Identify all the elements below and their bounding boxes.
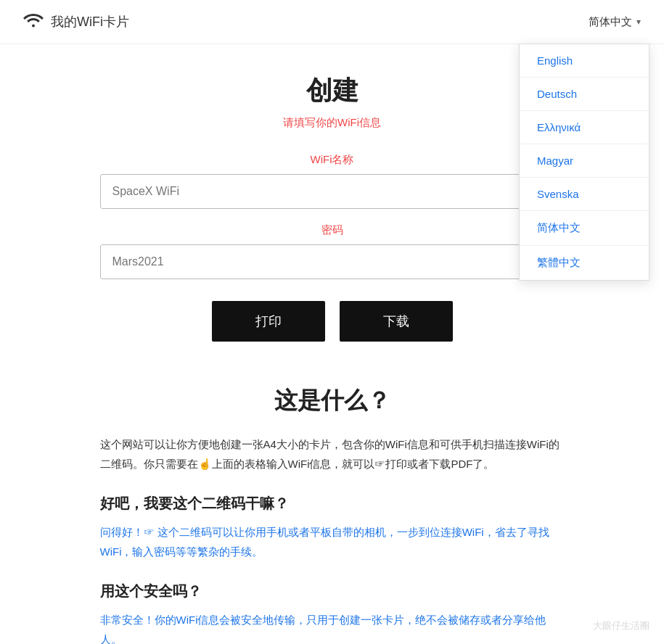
action-buttons: 打印 下载: [100, 301, 565, 342]
app-header: 我的WiFi卡片 简体中文 ▾: [0, 0, 664, 44]
download-button[interactable]: 下载: [340, 301, 453, 342]
app-title: 我的WiFi卡片: [51, 13, 129, 30]
main-content: 创建 请填写你的WiFi信息 WiFi名称 密码 打印 下载 这是什么？ 这个网…: [86, 44, 579, 644]
app-branding: 我的WiFi卡片: [23, 12, 129, 32]
security-question-title: 用这个安全吗？: [100, 582, 565, 601]
page-subtitle: 请填写你的WiFi信息: [100, 116, 565, 130]
page-title: 创建: [100, 73, 565, 109]
chevron-down-icon: ▾: [636, 17, 641, 27]
lang-option-traditional-chinese[interactable]: 繁體中文: [520, 246, 649, 280]
security-answer-text: 非常安全！你的WiFi信息会被安全地传输，只用于创建一张卡片，绝不会被储存或者分…: [100, 610, 565, 644]
lang-option-greek[interactable]: Ελληνικά: [520, 111, 649, 144]
lang-option-magyar[interactable]: Magyar: [520, 144, 649, 178]
password-input[interactable]: [100, 244, 565, 279]
wifi-name-input[interactable]: [100, 174, 565, 209]
intro-text: 这个网站可以让你方便地创建一张A4大小的卡片，包含你的WiFi信息和可供手机扫描…: [100, 434, 565, 474]
language-dropdown: English Deutsch Ελληνικά Magyar Svenska …: [519, 44, 649, 281]
lang-option-svenska[interactable]: Svenska: [520, 178, 649, 211]
lang-option-deutsch[interactable]: Deutsch: [520, 78, 649, 111]
lang-option-simplified-chinese[interactable]: 简体中文: [520, 211, 649, 246]
current-language: 简体中文: [589, 15, 632, 29]
lang-option-english[interactable]: English: [520, 44, 649, 78]
watermark: 大眼仔生活圈: [593, 619, 649, 632]
password-label: 密码: [100, 223, 565, 237]
info-section-title: 这是什么？: [100, 385, 565, 417]
qr-answer-text: 问得好！☞ 这个二维码可以让你用手机或者平板自带的相机，一步到位连接WiFi，省…: [100, 522, 565, 561]
print-button[interactable]: 打印: [212, 301, 325, 342]
qr-question-title: 好吧，我要这个二维码干嘛？: [100, 494, 565, 513]
language-selector[interactable]: 简体中文 ▾: [589, 15, 641, 29]
wifi-name-label: WiFi名称: [100, 153, 565, 167]
wifi-icon: [23, 12, 44, 32]
